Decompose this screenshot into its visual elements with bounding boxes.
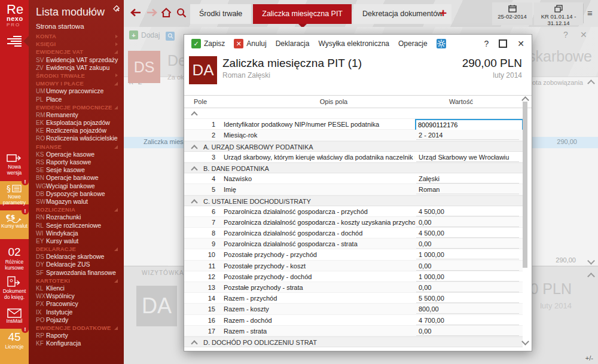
sidebar-item-remanenty[interactable]: RMRemanenty <box>36 111 120 119</box>
field-row-14[interactable]: 14Razem - przychód5 500,00 <box>184 293 523 304</box>
sidebar-item-płace[interactable]: PLPłace <box>36 96 120 103</box>
sidebar-item-windykacja[interactable]: WIWindykacja <box>36 230 120 237</box>
sidebar-item-eksploatacja-pojazdów[interactable]: EKEksploatacja pojazdów <box>36 119 120 127</box>
rail-document-to-post[interactable]: Dokument do księg. <box>0 274 29 304</box>
sidebar-item-umowy-pracownicze[interactable]: UMUmowy pracownicze <box>36 87 120 95</box>
field-row-3[interactable]: 3Urząd skarbowy, którym kieruje właściwy… <box>184 152 523 163</box>
chevron-up-icon[interactable] <box>191 166 197 173</box>
chevron-up-icon[interactable] <box>191 199 197 206</box>
field-row-17[interactable]: 17Razem - strata0,00 <box>184 326 523 337</box>
field-row-11[interactable]: 11Pozostałe przychody - koszt0,00 <box>184 261 523 271</box>
field-row-7[interactable]: 7Pozarolnicza działalność gospodarcza - … <box>184 217 523 228</box>
scrollbar-thumb[interactable] <box>523 102 527 268</box>
back-icon[interactable] <box>130 8 142 20</box>
sidebar-item-sprawozdania-finansowe[interactable]: SFSprawozdania finansowe <box>36 269 120 277</box>
field-row-2[interactable]: 2Miesiąc-rok2 - 2014 <box>184 130 523 140</box>
rail-new-parameters[interactable]: !§Nowe parametry <box>0 181 29 204</box>
field-row-9[interactable]: 9Pozarolnicza działalność gospodarcza - … <box>184 238 523 249</box>
sidebar-item-deklaracje-skarbowe[interactable]: DSDeklaracje skarbowe <box>36 253 120 261</box>
sidebar-item-ewidencja-vat-sprzedaży[interactable]: SVEwidencja VAT sprzedaży <box>36 56 120 64</box>
field-value[interactable]: 0,00 <box>416 238 519 249</box>
tab-środki-trwałe[interactable]: Środki trwałe <box>190 4 251 24</box>
sidebar-item-rozrachunki[interactable]: RNRozrachunki <box>36 213 120 221</box>
bg-scroll-down-icon[interactable] <box>587 257 595 265</box>
scroll-down-icon[interactable] <box>521 338 529 345</box>
field-value[interactable]: 2 - 2014 <box>416 130 519 140</box>
sidebar-item-pojazdy[interactable]: POPojazdy <box>36 316 120 324</box>
field-value[interactable]: 0,00 <box>416 261 519 271</box>
field-row-13[interactable]: 13Pozstałe przychody - strata0,00 <box>184 282 523 293</box>
sidebar-item-deklaracje-zus[interactable]: DYDeklaracje ZUS <box>36 261 120 268</box>
sidebar-group-deklaracje[interactable]: DEKLARACJE <box>36 245 120 253</box>
sidebar-item-dyspozycje-bankowe[interactable]: DBDyspozycje bankowe <box>36 190 120 198</box>
sidebar-item-rozliczenia-pojazdów[interactable]: KERozliczenia pojazdów <box>36 127 120 134</box>
sidebar-item-operacje-bankowe[interactable]: BNOperacje bankowe <box>36 174 120 182</box>
sidebar-item-konfiguracja[interactable]: KFKonfiguracja <box>36 339 120 347</box>
rail-exchange-rates[interactable]: !€$Kursy walut <box>0 210 29 239</box>
search-icon[interactable] <box>176 8 187 20</box>
rail-licenses[interactable]: !45Licencje <box>0 329 29 364</box>
section-row-b-dane-podatnika[interactable]: B. DANE PODATNIKA <box>184 163 523 173</box>
new-tab-button[interactable]: + <box>440 7 447 19</box>
pushpin-icon[interactable] <box>112 4 120 15</box>
field-row-4[interactable]: 4NazwiskoZałęski <box>184 173 523 184</box>
sidebar-item-kursy-walut[interactable]: EYKursy walut <box>36 237 120 245</box>
sidebar-item-pracownicy[interactable]: PXPracownicy <box>36 300 120 308</box>
sidebar-item-raporty[interactable]: RPRaporty <box>36 332 120 339</box>
sidebar-item-raporty-kasowe[interactable]: RSRaporty kasowe <box>36 158 120 166</box>
collapse-all-row[interactable] <box>184 108 523 119</box>
sidebar-group-umowy-i-płace[interactable]: UMOWY I PŁACE <box>36 79 120 87</box>
chevron-up-icon[interactable] <box>191 340 197 347</box>
save-button[interactable]: ✓ Zapisz <box>191 39 225 48</box>
sidebar-item-rozliczenia-właścicielskie[interactable]: RORozliczenia właścicielskie <box>36 134 120 142</box>
bg-scroll-up-icon[interactable] <box>587 79 595 87</box>
gear-icon[interactable] <box>437 39 446 48</box>
tab-dekretacja-dokumentów[interactable]: Dekretacja dokumentów <box>353 4 451 24</box>
rail-new-version[interactable]: Nowa wersja <box>0 149 29 181</box>
sidebar-item-wyciągi-bankowe[interactable]: WGWyciągi bankowe <box>36 182 120 190</box>
field-value[interactable]: 4 500,00 <box>416 228 519 238</box>
sidebar-group-konta[interactable]: KONTA <box>36 32 120 40</box>
field-value[interactable]: Roman <box>416 184 519 194</box>
period-widget[interactable]: KR 01.01.14 - 31.12.14 <box>534 2 583 25</box>
field-value[interactable]: 4 700,00 <box>416 315 519 325</box>
declaration-menu[interactable]: Deklaracja <box>276 39 310 48</box>
field-value[interactable]: Załęski <box>416 173 519 183</box>
field-value[interactable]: 1 000,00 <box>416 249 519 259</box>
home-icon[interactable] <box>161 8 172 20</box>
section-row-c-ustalenie-dochodu-straty[interactable]: C. USTALENIE DOCHODU/STRATY <box>184 195 523 206</box>
bg-help-icon[interactable]: ? <box>563 30 568 39</box>
section-row-d-dochód-po-odliczeniu-strat[interactable]: D. DOCHÓD PO ODLICZENIU STRAT <box>184 337 523 347</box>
field-value[interactable]: 0,00 <box>416 282 519 292</box>
field-value[interactable]: 5 500,00 <box>416 293 519 303</box>
chevron-up-icon[interactable] <box>191 111 197 118</box>
bg-search-button[interactable] <box>166 30 175 41</box>
bg-detail-tab[interactable]: WIZYTÓWKA <box>142 270 184 276</box>
sidebar-group-ewidencje-dodatkowe[interactable]: EWIDENCJE DODATKOWE <box>36 324 120 332</box>
topbar-menu-icon[interactable]: ≡ <box>587 8 593 18</box>
operations-menu[interactable]: Operacje <box>398 39 428 48</box>
rail-insmail[interactable]: InsMail <box>0 306 29 328</box>
sidebar-item-klienci[interactable]: KLKlienci <box>36 285 120 292</box>
forward-icon[interactable] <box>146 8 158 20</box>
field-row-15[interactable]: 15Razem - koszty800,00 <box>184 304 523 314</box>
sidebar-item-sesje-rozliczeniowe[interactable]: RLSesje rozliczeniowe <box>36 222 120 230</box>
sidebar-item-sesje-kasowe[interactable]: SESesje kasowe <box>36 166 120 174</box>
sidebar-item-instytucje[interactable]: IXInstytucje <box>36 308 120 316</box>
field-value[interactable]: 4 500,00 <box>416 206 519 216</box>
field-row-16[interactable]: 16Razem - dochód4 700,00 <box>184 315 523 326</box>
field-value[interactable]: 0,00 <box>416 326 519 336</box>
dialog-close-icon[interactable]: ✕ <box>517 39 524 48</box>
dialog-maximize-icon[interactable] <box>499 39 507 48</box>
sidebar-item-ewidencja-vat-zakupu[interactable]: ZVEwidencja VAT zakupu <box>36 64 120 72</box>
field-row-10[interactable]: 10Pozostałe przychody - przychód1 000,00 <box>184 249 523 260</box>
field-value[interactable]: 0,00 <box>416 217 519 227</box>
field-row-1[interactable]: 1Identyfikator podatkowy NIP/numer PESEL… <box>184 119 523 130</box>
electronic-send-menu[interactable]: Wysyłka elektroniczna <box>318 39 389 48</box>
field-value[interactable]: 1 000,00 <box>416 271 519 282</box>
table-scrollbar[interactable] <box>521 95 529 348</box>
rail-exchange-differences[interactable]: 02Różnice kursowe <box>0 244 29 272</box>
chevron-up-icon[interactable] <box>191 145 197 151</box>
field-value-input[interactable] <box>415 119 523 131</box>
sidebar-item-strona-startowa[interactable]: Strona startowa <box>29 21 124 32</box>
